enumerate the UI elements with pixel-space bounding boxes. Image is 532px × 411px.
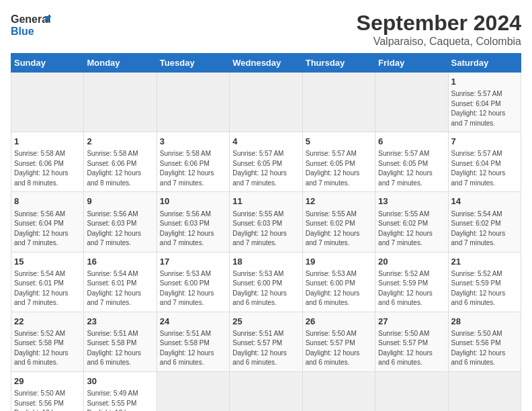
day-cell: 1Sunrise: 5:58 AM Sunset: 6:06 PM Daylig… [11, 132, 84, 192]
day-number: 13 [378, 195, 445, 208]
day-number: 2 [87, 136, 153, 148]
day-number: 10 [160, 195, 226, 208]
day-info: Sunrise: 5:52 AM Sunset: 5:59 PM Dayligh… [378, 269, 445, 308]
day-info: Sunrise: 5:56 AM Sunset: 6:03 PM Dayligh… [87, 210, 153, 248]
day-cell: 9Sunrise: 5:56 AM Sunset: 6:03 PM Daylig… [84, 192, 157, 252]
day-cell: 3Sunrise: 5:58 AM Sunset: 6:06 PM Daylig… [157, 132, 229, 192]
day-number: 27 [378, 316, 445, 328]
day-info: Sunrise: 5:56 AM Sunset: 6:04 PM Dayligh… [14, 210, 81, 248]
day-info: Sunrise: 5:57 AM Sunset: 6:05 PM Dayligh… [232, 149, 299, 188]
day-cell [448, 371, 521, 411]
day-info: Sunrise: 5:56 AM Sunset: 6:03 PM Dayligh… [160, 210, 226, 248]
day-cell: 13Sunrise: 5:55 AM Sunset: 6:02 PM Dayli… [375, 192, 448, 252]
day-cell: 8Sunrise: 5:56 AM Sunset: 6:04 PM Daylig… [11, 192, 84, 252]
day-number: 6 [378, 136, 445, 148]
day-info: Sunrise: 5:55 AM Sunset: 6:02 PM Dayligh… [378, 210, 445, 248]
day-cell: 25Sunrise: 5:51 AM Sunset: 5:57 PM Dayli… [230, 312, 302, 371]
day-info: Sunrise: 5:52 AM Sunset: 5:58 PM Dayligh… [14, 329, 81, 368]
day-info: Sunrise: 5:53 AM Sunset: 6:00 PM Dayligh… [306, 269, 372, 308]
day-number: 4 [232, 136, 299, 148]
day-cell: 30Sunrise: 5:49 AM Sunset: 5:55 PM Dayli… [84, 371, 157, 411]
day-number: 23 [87, 316, 153, 328]
day-number: 7 [451, 136, 518, 148]
day-info: Sunrise: 5:53 AM Sunset: 6:00 PM Dayligh… [160, 269, 226, 308]
week-row-2: 1Sunrise: 5:58 AM Sunset: 6:06 PM Daylig… [11, 132, 521, 192]
day-info: Sunrise: 5:54 AM Sunset: 6:01 PM Dayligh… [87, 269, 153, 308]
day-cell: 20Sunrise: 5:52 AM Sunset: 5:59 PM Dayli… [375, 252, 448, 312]
day-info: Sunrise: 5:53 AM Sunset: 6:00 PM Dayligh… [232, 269, 299, 308]
day-info: Sunrise: 5:55 AM Sunset: 6:03 PM Dayligh… [232, 210, 299, 248]
day-number: 12 [306, 195, 372, 208]
header-row: SundayMondayTuesdayWednesdayThursdayFrid… [11, 54, 521, 73]
day-info: Sunrise: 5:51 AM Sunset: 5:58 PM Dayligh… [87, 329, 153, 368]
day-number: 18 [232, 256, 299, 268]
day-number: 20 [378, 256, 445, 268]
logo: GeneralBlue [11, 11, 51, 38]
day-number: 17 [160, 256, 226, 268]
day-cell: 19Sunrise: 5:53 AM Sunset: 6:00 PM Dayli… [302, 252, 375, 312]
svg-text:General: General [11, 13, 51, 25]
col-header-thursday: Thursday [302, 54, 375, 73]
title-area: September 2024 Valparaiso, Caqueta, Colo… [357, 11, 521, 48]
col-header-sunday: Sunday [11, 54, 84, 73]
day-cell: 2Sunrise: 5:58 AM Sunset: 6:06 PM Daylig… [84, 132, 157, 192]
day-info: Sunrise: 5:55 AM Sunset: 6:02 PM Dayligh… [306, 210, 372, 248]
day-number: 22 [14, 316, 81, 328]
day-info: Sunrise: 5:51 AM Sunset: 5:58 PM Dayligh… [160, 329, 226, 368]
day-number: 25 [232, 316, 299, 328]
day-cell: 26Sunrise: 5:50 AM Sunset: 5:57 PM Dayli… [302, 312, 375, 371]
day-cell [302, 73, 375, 132]
day-info: Sunrise: 5:50 AM Sunset: 5:56 PM Dayligh… [451, 329, 518, 368]
day-number: 28 [451, 316, 518, 328]
day-cell: 18Sunrise: 5:53 AM Sunset: 6:00 PM Dayli… [230, 252, 302, 312]
day-info: Sunrise: 5:50 AM Sunset: 5:57 PM Dayligh… [378, 329, 445, 368]
col-header-saturday: Saturday [448, 54, 521, 73]
day-cell [375, 371, 448, 411]
day-cell: 1Sunrise: 5:57 AM Sunset: 6:04 PM Daylig… [448, 73, 521, 132]
day-number: 3 [160, 136, 226, 148]
day-number: 9 [87, 195, 153, 208]
day-cell: 23Sunrise: 5:51 AM Sunset: 5:58 PM Dayli… [84, 312, 157, 371]
col-header-monday: Monday [84, 54, 157, 73]
day-cell: 29Sunrise: 5:50 AM Sunset: 5:56 PM Dayli… [11, 371, 84, 411]
day-number: 1 [451, 76, 518, 88]
day-cell: 28Sunrise: 5:50 AM Sunset: 5:56 PM Dayli… [448, 312, 521, 371]
day-number: 24 [160, 316, 226, 328]
week-row-1: 1Sunrise: 5:57 AM Sunset: 6:04 PM Daylig… [11, 73, 521, 132]
day-cell: 5Sunrise: 5:57 AM Sunset: 6:05 PM Daylig… [302, 132, 375, 192]
day-cell [230, 73, 302, 132]
week-row-6: 29Sunrise: 5:50 AM Sunset: 5:56 PM Dayli… [11, 371, 521, 411]
day-cell [230, 371, 302, 411]
week-row-3: 8Sunrise: 5:56 AM Sunset: 6:04 PM Daylig… [11, 192, 521, 252]
logo-svg: GeneralBlue [11, 11, 51, 38]
day-number: 14 [451, 195, 518, 208]
day-cell: 10Sunrise: 5:56 AM Sunset: 6:03 PM Dayli… [157, 192, 229, 252]
col-header-tuesday: Tuesday [157, 54, 229, 73]
day-cell: 14Sunrise: 5:54 AM Sunset: 6:02 PM Dayli… [448, 192, 521, 252]
day-number: 11 [232, 195, 299, 208]
day-cell: 16Sunrise: 5:54 AM Sunset: 6:01 PM Dayli… [84, 252, 157, 312]
calendar-table: SundayMondayTuesdayWednesdayThursdayFrid… [11, 53, 521, 411]
day-info: Sunrise: 5:54 AM Sunset: 6:01 PM Dayligh… [14, 269, 81, 308]
day-number: 1 [14, 136, 81, 148]
day-cell: 6Sunrise: 5:57 AM Sunset: 6:05 PM Daylig… [375, 132, 448, 192]
col-header-friday: Friday [375, 54, 448, 73]
day-number: 19 [306, 256, 372, 268]
day-number: 15 [14, 256, 81, 268]
day-cell [157, 73, 229, 132]
page-header: GeneralBlue September 2024 Valparaiso, C… [11, 11, 521, 48]
day-cell [157, 371, 229, 411]
day-number: 5 [306, 136, 372, 148]
day-cell [84, 73, 157, 132]
day-cell: 24Sunrise: 5:51 AM Sunset: 5:58 PM Dayli… [157, 312, 229, 371]
day-cell [302, 371, 375, 411]
day-number: 16 [87, 256, 153, 268]
day-info: Sunrise: 5:49 AM Sunset: 5:55 PM Dayligh… [87, 389, 153, 411]
day-info: Sunrise: 5:52 AM Sunset: 5:59 PM Dayligh… [451, 269, 518, 308]
day-cell: 27Sunrise: 5:50 AM Sunset: 5:57 PM Dayli… [375, 312, 448, 371]
col-header-wednesday: Wednesday [230, 54, 302, 73]
day-cell: 22Sunrise: 5:52 AM Sunset: 5:58 PM Dayli… [11, 312, 84, 371]
calendar-subtitle: Valparaiso, Caqueta, Colombia [357, 36, 521, 48]
day-number: 8 [14, 195, 81, 208]
day-info: Sunrise: 5:58 AM Sunset: 6:06 PM Dayligh… [87, 149, 153, 188]
